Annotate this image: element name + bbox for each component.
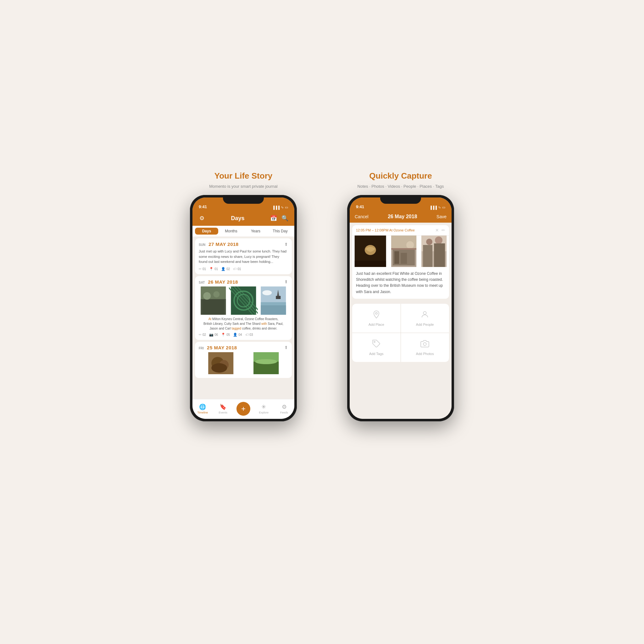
day-header-sun: SUN 27 MAY 2018 ⬆ bbox=[199, 241, 288, 247]
detail-nav-title: 26 May 2018 bbox=[388, 214, 417, 219]
photo-strip-fri bbox=[199, 352, 288, 374]
left-title: Your Life Story bbox=[214, 171, 272, 181]
meta-people-count-sun: 02 bbox=[226, 267, 230, 271]
share-icon-sun[interactable]: ⬆ bbox=[284, 242, 288, 247]
photo-2-sat bbox=[229, 286, 258, 315]
right-title: Quickly Capture bbox=[369, 171, 432, 181]
meta-photos-count-sat: 06 bbox=[214, 333, 218, 336]
add-photos-cell[interactable]: Add Photos bbox=[401, 333, 449, 362]
right-panel: Quickly Capture Notes · Photos · Videos … bbox=[326, 171, 475, 421]
seg-months[interactable]: Months bbox=[219, 228, 243, 235]
search-icon[interactable]: 🔍 bbox=[280, 214, 289, 223]
battery-icon: ▭ bbox=[285, 205, 288, 209]
meta-people-count-sat: 04 bbox=[238, 333, 242, 336]
right-status-icons: ▐▐▐ ∿ ▭ bbox=[430, 205, 445, 209]
entry-time: 12:05 PM – 12:08PM At Ozone Coffee bbox=[356, 228, 415, 232]
photo-1-fri bbox=[199, 352, 243, 374]
bookmark-icon: 🔖 bbox=[219, 403, 226, 410]
settings-icon[interactable]: ⚙ bbox=[197, 214, 206, 223]
status-time: 9:41 bbox=[199, 204, 207, 209]
day-header-fri: FRI 25 MAY 2018 ⬆ bbox=[199, 345, 288, 350]
meta-tags-count-sun: 01 bbox=[237, 267, 241, 271]
meta-tags-sun: 🏷 01 bbox=[233, 267, 241, 271]
meta-notes-sat: ✏ 02 bbox=[199, 333, 206, 337]
day-label-sun: SUN bbox=[199, 243, 205, 247]
seg-days[interactable]: Days bbox=[195, 228, 218, 235]
add-photos-label: Add Photos bbox=[416, 352, 434, 356]
tab-explore[interactable]: ✳ Explore bbox=[253, 403, 274, 414]
day-date-sun: 27 MAY 2018 bbox=[208, 241, 239, 247]
svg-point-45 bbox=[375, 312, 377, 314]
scroll-content: SUN 27 MAY 2018 ⬆ Just met up with Lucy … bbox=[192, 236, 294, 399]
day-date-fri: 25 MAY 2018 bbox=[207, 345, 237, 350]
svg-rect-14 bbox=[261, 305, 286, 315]
camera-icon-sat: 📷 bbox=[209, 333, 214, 337]
entry-sun-27: SUN 27 MAY 2018 ⬆ Just met up with Lucy … bbox=[195, 238, 292, 274]
entry-time-bar: 12:05 PM – 12:08PM At Ozone Coffee ✕ ✏ bbox=[352, 225, 449, 236]
meta-notes-sun: ✏ 01 bbox=[199, 267, 206, 271]
explore-icon: ✳ bbox=[261, 403, 266, 410]
right-notch bbox=[380, 195, 421, 204]
add-tags-cell[interactable]: Add Tags bbox=[352, 333, 401, 362]
svg-point-2 bbox=[203, 292, 211, 300]
right-battery-icon: ▭ bbox=[442, 205, 445, 209]
detail-nav-bar: Cancel 26 May 2018 Save bbox=[350, 211, 452, 223]
save-button[interactable]: Save bbox=[436, 214, 447, 219]
meta-place-count-sat: 05 bbox=[226, 333, 230, 336]
tab-feeds[interactable]: ⚙ Feeds bbox=[274, 403, 294, 414]
photo-1-sat bbox=[199, 286, 228, 315]
left-subtitle: Momento is your smart private journal bbox=[209, 184, 277, 189]
tag-icon: 🏷 bbox=[233, 267, 236, 271]
meta-photos-sat: 📷 06 bbox=[209, 333, 218, 337]
left-phone-frame: 9:41 ▐▐▐ ∿ ▭ ⚙ Days 📅 🔍 bbox=[190, 195, 297, 421]
add-place-label: Add Place bbox=[369, 323, 384, 326]
svg-rect-35 bbox=[394, 251, 399, 264]
action-grid: Add Place Add People bbox=[352, 304, 449, 362]
meta-row-sun: ✏ 01 📍 01 👤 02 bbox=[199, 267, 288, 271]
svg-rect-4 bbox=[202, 300, 224, 315]
add-people-cell[interactable]: Add People bbox=[401, 304, 449, 333]
timeline-icon: 🌐 bbox=[199, 403, 206, 410]
share-icon-fri[interactable]: ⬆ bbox=[284, 345, 288, 350]
people-icon-sat: 👤 bbox=[233, 333, 237, 337]
detail-content: 12:05 PM – 12:08PM At Ozone Coffee ✕ ✏ bbox=[350, 223, 452, 419]
signal-icon: ▐▐▐ bbox=[272, 206, 280, 209]
entry-body-text: Just had an excellent Flat White at Ozon… bbox=[352, 267, 449, 299]
tab-events[interactable]: 🔖 Events bbox=[213, 403, 233, 414]
tab-timeline[interactable]: 🌐 Timeline bbox=[192, 403, 213, 414]
close-action-icon[interactable]: ✕ bbox=[435, 228, 439, 233]
svg-point-3 bbox=[213, 291, 219, 297]
pencil-icon-sat: ✏ bbox=[199, 333, 202, 337]
calendar-icon[interactable]: 📅 bbox=[269, 214, 278, 223]
svg-point-46 bbox=[424, 311, 426, 314]
add-place-cell[interactable]: Add Place bbox=[352, 304, 401, 333]
notch bbox=[223, 195, 264, 204]
location-text-sat: At Milton Keynes Central, Ozone Coffee R… bbox=[199, 317, 288, 331]
photo-strip-sat bbox=[199, 286, 288, 315]
entry-photo-3 bbox=[419, 236, 449, 267]
left-nav-bar: ⚙ Days 📅 🔍 bbox=[192, 211, 294, 226]
day-date-sat: 26 MAY 2018 bbox=[208, 279, 238, 285]
tag-icon-sat: 🏷 bbox=[245, 333, 249, 336]
right-status-time: 9:41 bbox=[356, 204, 364, 209]
tab-add[interactable]: + bbox=[233, 402, 254, 416]
pin-icon-sat: 📍 bbox=[221, 333, 225, 337]
cancel-button[interactable]: Cancel bbox=[355, 214, 369, 219]
photo-2-fri bbox=[244, 352, 288, 374]
edit-action-icon[interactable]: ✏ bbox=[441, 228, 445, 233]
seg-years[interactable]: Years bbox=[244, 228, 267, 235]
day-header-sat: SAT 26 MAY 2018 ⬆ bbox=[199, 279, 288, 285]
wifi-icon: ∿ bbox=[281, 205, 284, 209]
meta-people-sat: 👤 04 bbox=[233, 333, 242, 337]
tag-add-icon bbox=[372, 339, 381, 350]
add-button[interactable]: + bbox=[236, 402, 250, 416]
share-icon-sat[interactable]: ⬆ bbox=[284, 279, 288, 284]
entry-text-sun: Just met up with Lucy and Paul for some … bbox=[199, 249, 288, 264]
right-phone-frame: 9:41 ▐▐▐ ∿ ▭ Cancel 26 May 2018 Save bbox=[347, 195, 454, 421]
svg-rect-16 bbox=[276, 296, 281, 299]
seg-this-day[interactable]: This Day bbox=[269, 228, 292, 235]
segment-bar: Days Months Years This Day bbox=[192, 226, 294, 236]
camera-add-icon bbox=[420, 339, 429, 350]
entry-photo-1 bbox=[352, 236, 389, 267]
page-wrapper: Your Life Story Momento is your smart pr… bbox=[161, 161, 483, 483]
